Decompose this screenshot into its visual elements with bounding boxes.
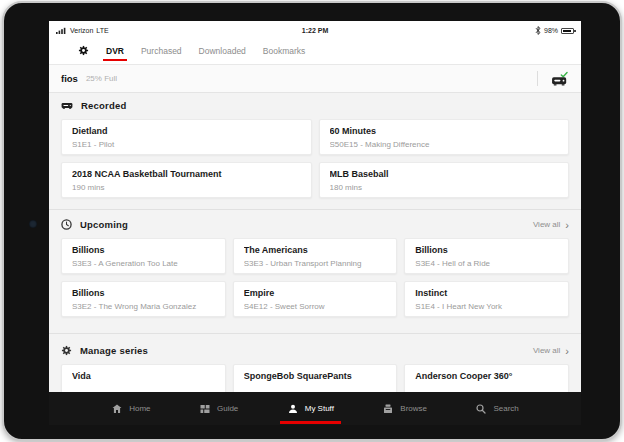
front-camera [29, 220, 37, 228]
nav-label: Search [493, 404, 518, 413]
tab-dvr[interactable]: DVR [106, 37, 124, 64]
tab-bookmarks[interactable]: Bookmarks [263, 37, 306, 64]
upcoming-card[interactable]: The Americans S3E3 - Urban Transport Pla… [233, 238, 398, 274]
show-title: The Americans [244, 245, 387, 256]
chevron-right-icon: › [565, 347, 569, 355]
view-all-label: View all [533, 220, 560, 229]
nav-label: Home [129, 404, 150, 413]
content-area[interactable]: Recorded Dietland S1E1 - Pilot 60 Minute… [49, 93, 581, 425]
upcoming-card[interactable]: Billions S3E3 - A Generation Too Late [61, 238, 226, 274]
recorded-card[interactable]: Dietland S1E1 - Pilot [61, 119, 312, 155]
top-tab-bar: DVR Purchased Downloaded Bookmarks [49, 37, 581, 65]
browse-stack-icon [382, 403, 394, 415]
fios-logo: fios [61, 73, 78, 84]
view-all-label: View all [533, 346, 560, 355]
recorded-card[interactable]: MLB Baseball 180 mins [319, 162, 570, 198]
manage-gear-icon [61, 345, 72, 356]
chevron-right-icon: › [565, 221, 569, 229]
show-title: SpongeBob SquarePants [244, 371, 387, 382]
show-subtitle: S1E1 - Pilot [72, 140, 301, 150]
section-title: Manage series [80, 345, 148, 356]
home-icon [111, 403, 123, 415]
section-title: Recorded [81, 100, 126, 111]
status-bar: Verizon LTE 1:22 PM 98% [49, 21, 581, 37]
show-subtitle: 180 mins [330, 183, 559, 193]
show-title: MLB Baseball [330, 169, 559, 180]
show-subtitle: S1E4 - I Heart New York [415, 302, 558, 312]
section-title: Upcoming [80, 219, 128, 230]
dvr-box-check-icon[interactable] [551, 71, 569, 86]
show-subtitle: S3E2 - The Wrong Maria Gonzalez [72, 302, 215, 312]
person-icon [287, 403, 299, 415]
nav-item-home[interactable]: Home [111, 403, 150, 415]
show-subtitle: S50E15 - Making Difference [330, 140, 559, 150]
app-screen: Verizon LTE 1:22 PM 98% DVR Purc [49, 21, 581, 425]
recorded-card[interactable]: 2018 NCAA Basketball Tournament 190 mins [61, 162, 312, 198]
show-subtitle: S4E12 - Sweet Sorrow [244, 302, 387, 312]
guide-grid-icon [199, 403, 211, 415]
search-icon [475, 403, 487, 415]
dvr-storage-bar[interactable]: fios 25% Full [49, 65, 581, 93]
settings-gear-icon[interactable] [78, 45, 89, 56]
nav-item-browse[interactable]: Browse [382, 403, 427, 415]
show-title: Vida [72, 371, 215, 382]
recorded-grid: Dietland S1E1 - Pilot 60 Minutes S50E15 … [61, 119, 569, 198]
recorded-card[interactable]: 60 Minutes S50E15 - Making Difference [319, 119, 570, 155]
recorded-section-header: Recorded [61, 99, 569, 112]
show-subtitle: S3E4 - Hell of a Ride [415, 259, 558, 269]
upcoming-card[interactable]: Billions S3E4 - Hell of a Ride [404, 238, 569, 274]
nav-label: My Stuff [305, 404, 334, 413]
show-subtitle: S3E3 - A Generation Too Late [72, 259, 215, 269]
show-title: Instinct [415, 288, 558, 299]
clock-icon [61, 219, 72, 230]
divider [537, 71, 538, 86]
show-title: Dietland [72, 126, 301, 137]
show-title: 2018 NCAA Basketball Tournament [72, 169, 301, 180]
upcoming-section-header: Upcoming View all › [61, 218, 569, 231]
clock-time: 1:22 PM [49, 27, 581, 34]
upcoming-card[interactable]: Instinct S1E4 - I Heart New York [404, 281, 569, 317]
upcoming-card[interactable]: Empire S4E12 - Sweet Sorrow [233, 281, 398, 317]
show-subtitle: 190 mins [72, 183, 301, 193]
section-divider [49, 333, 581, 334]
show-subtitle: S3E3 - Urban Transport Planning [244, 259, 387, 269]
section-divider [49, 209, 581, 210]
upcoming-card[interactable]: Billions S3E2 - The Wrong Maria Gonzalez [61, 281, 226, 317]
manage-view-all-link[interactable]: View all › [533, 346, 569, 355]
tab-purchased[interactable]: Purchased [141, 37, 182, 64]
show-title: Anderson Cooper 360° [415, 371, 558, 382]
nav-item-guide[interactable]: Guide [199, 403, 238, 415]
show-title: Billions [72, 245, 215, 256]
bottom-nav-bar: Home Guide My Stuff [49, 392, 581, 425]
show-title: Billions [415, 245, 558, 256]
upcoming-view-all-link[interactable]: View all › [533, 220, 569, 229]
nav-label: Browse [400, 404, 427, 413]
nav-label: Guide [217, 404, 238, 413]
show-title: 60 Minutes [330, 126, 559, 137]
tablet-frame: Verizon LTE 1:22 PM 98% DVR Purc [2, 1, 622, 441]
upcoming-grid: Billions S3E3 - A Generation Too Late Th… [61, 238, 569, 317]
nav-item-my-stuff[interactable]: My Stuff [287, 403, 334, 415]
storage-capacity-label: 25% Full [86, 74, 117, 83]
show-title: Empire [244, 288, 387, 299]
show-title: Billions [72, 288, 215, 299]
manage-series-section-header: Manage series View all › [61, 344, 569, 357]
tab-downloaded[interactable]: Downloaded [199, 37, 246, 64]
nav-item-search[interactable]: Search [475, 403, 518, 415]
battery-icon [561, 28, 574, 34]
page: Verizon LTE 1:22 PM 98% DVR Purc [0, 0, 624, 442]
recorded-dvr-icon [61, 101, 73, 110]
